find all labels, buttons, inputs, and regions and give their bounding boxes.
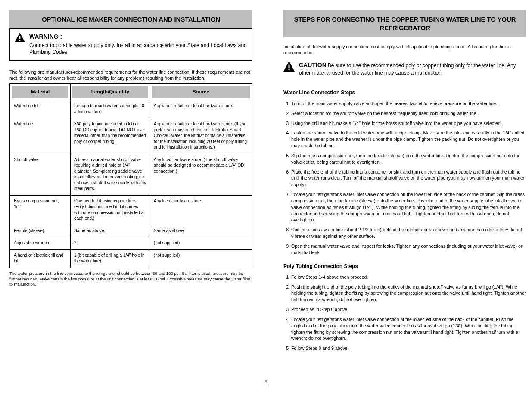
th-source: Source (150, 84, 252, 101)
right-intro: Installation of the water supply connect… (283, 44, 526, 56)
warning-text: Connect to potable water supply only. In… (29, 42, 247, 56)
warning-label: WARNING : (29, 33, 247, 41)
step-item: Select a location for the shutoff valve … (291, 110, 526, 117)
step-item: Turn off the main water supply valve and… (291, 100, 526, 107)
steps-heading: Water Line Connection Steps (283, 89, 526, 96)
svg-rect-3 (288, 69, 289, 70)
svg-rect-1 (19, 40, 21, 41)
right-banner: STEPS FOR CONNECTING THE COPPER TUBING W… (283, 10, 526, 37)
table-row: Adjustable wrench 2 (not supplied) (10, 237, 252, 250)
step-item: Coil the excess water line (about 2 1/2 … (291, 227, 526, 240)
left-column: OPTIONAL ICE MAKER CONNECTION AND INSTAL… (9, 10, 252, 355)
svg-rect-2 (288, 64, 289, 68)
caution-icon (283, 61, 295, 73)
steps-list: Turn off the main water supply valve and… (283, 100, 526, 256)
step-item: Locate your refrigerator's water inlet v… (291, 191, 526, 223)
step-item: Locate your refrigerator's water inlet v… (291, 316, 526, 342)
step-item: Proceed as in Step 6 above. (291, 306, 526, 313)
right-column: STEPS FOR CONNECTING THE COPPER TUBING W… (283, 10, 526, 355)
step-item: Using the drill and bit, make a 1/4" hol… (291, 120, 526, 127)
th-length: Length/Quantity (71, 84, 150, 101)
page-number: 9 (9, 379, 523, 392)
step-item: Fasten the shutoff valve to the cold wat… (291, 130, 526, 149)
table-row: Shutoff valve A brass manual water shuto… (10, 154, 252, 196)
table-body: Water line kit Enough to reach water sou… (10, 100, 252, 268)
warning-icon (15, 33, 25, 42)
caution-block: CAUTION Be sure to use the recommended p… (283, 61, 526, 76)
step-item: Open the manual water valve and inspect … (291, 243, 526, 256)
warning-box: WARNING : Connect to potable water suppl… (9, 28, 252, 61)
table-row: A hand or electric drill and bit 1 (bit … (10, 250, 252, 268)
steps-heading-2: Poly Tubing Connection Steps (283, 263, 526, 270)
svg-rect-0 (19, 36, 21, 39)
pressure-footnote: The water pressure in the line connected… (9, 271, 252, 287)
step-item: Follow Steps 1-4 above then proceed. (291, 274, 526, 280)
step-item: Slip the brass compression nut, then the… (291, 153, 526, 165)
intro-paragraph: The following are manufacturer-recommend… (9, 69, 252, 81)
table-row: Brass compression nut, 1/4" One needed i… (10, 196, 252, 225)
materials-table: Material Length/Quantity Source Water li… (9, 83, 252, 268)
steps-list-2: Follow Steps 1-4 above then proceed. Pus… (283, 274, 526, 352)
step-item: Follow Steps 8 and 9 above. (291, 345, 526, 352)
step-item: Push the straight end of the poly tubing… (291, 284, 526, 303)
step-item: Place the free end of the tubing into a … (291, 169, 526, 188)
warning-content: WARNING : Connect to potable water suppl… (29, 33, 247, 56)
caution-label: CAUTION (299, 62, 327, 68)
caution-text: Be sure to use the recommended poly or c… (299, 62, 516, 76)
th-material: Material (10, 84, 71, 101)
table-row: Water line 3/4" poly tubing (included in… (10, 118, 252, 154)
table-row: Ferrule (sleeve) Same as above. Same as … (10, 225, 252, 238)
left-banner: OPTIONAL ICE MAKER CONNECTION AND INSTAL… (9, 10, 252, 28)
table-row: Water line kit Enough to reach water sou… (10, 100, 252, 118)
